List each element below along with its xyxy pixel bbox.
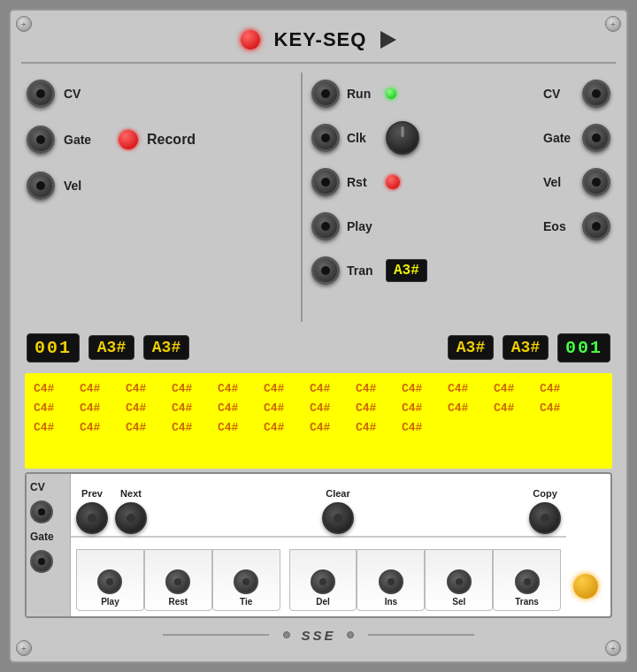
- vel-row: Vel: [27, 166, 292, 205]
- rst-row: Rst Vel: [311, 163, 610, 202]
- kb-bottom-keys: Play Rest Tie Del Ins: [71, 538, 566, 616]
- note-cell: C4#: [170, 378, 216, 398]
- play-key-btn[interactable]: [97, 569, 122, 594]
- eos-jack[interactable]: [582, 212, 610, 241]
- footer-dot-right: [347, 631, 354, 638]
- note-cell: C4#: [400, 398, 446, 417]
- play-key[interactable]: Play: [76, 549, 144, 611]
- sel-key-btn[interactable]: [447, 569, 472, 594]
- note-cell: C4#: [308, 398, 354, 417]
- note-cell: C4#: [400, 417, 446, 437]
- clk-jack[interactable]: [311, 124, 340, 152]
- rst-jack[interactable]: [311, 168, 340, 196]
- note-cell: C4#: [78, 378, 124, 398]
- ins-key-btn[interactable]: [379, 569, 403, 594]
- kb-left-labels: CV Gate: [27, 474, 71, 616]
- kb-main: Prev Next Clear Copy: [71, 474, 566, 616]
- vel-right-jack[interactable]: [582, 168, 610, 196]
- note-cell: C4#: [538, 378, 584, 398]
- note-cell: C4#: [216, 378, 262, 398]
- left-panel: CV Gate Record Vel: [18, 69, 301, 325]
- screw-bl: [16, 640, 32, 656]
- play-row: Play Eos: [311, 207, 610, 246]
- orange-button[interactable]: [573, 574, 598, 599]
- note-cell: C4#: [492, 378, 538, 398]
- note-cell: C4#: [400, 378, 446, 398]
- header-divider: [21, 62, 616, 64]
- note-display-1: A3#: [88, 335, 134, 360]
- record-button[interactable]: [119, 130, 138, 149]
- note-cell: C4#: [538, 398, 584, 417]
- play-jack[interactable]: [311, 212, 340, 241]
- del-key[interactable]: Del: [289, 549, 357, 611]
- record-led[interactable]: [241, 30, 260, 50]
- cv-jack[interactable]: [27, 80, 55, 108]
- kb-cv-label: CV: [30, 481, 66, 493]
- prev-button[interactable]: [76, 502, 108, 534]
- note-cell: C4#: [124, 378, 170, 398]
- tie-key-btn[interactable]: [234, 569, 258, 594]
- tran-label: Tran: [347, 263, 379, 278]
- run-jack[interactable]: [311, 80, 340, 108]
- kb-cv-jack[interactable]: [30, 500, 53, 523]
- note-cell: C4#: [354, 378, 400, 398]
- vel-right-label: Vel: [543, 175, 575, 189]
- vel-label: Vel: [64, 179, 96, 193]
- footer-divider-left: [163, 634, 269, 636]
- tie-key[interactable]: Tie: [212, 549, 280, 611]
- note-cell: C4#: [492, 398, 538, 417]
- gate-right-label: Gate: [543, 131, 575, 145]
- record-label: Record: [147, 132, 196, 148]
- note-cell: C4#: [262, 398, 308, 417]
- ins-key[interactable]: Ins: [357, 549, 425, 611]
- gate-label: Gate: [64, 133, 96, 147]
- del-key-btn[interactable]: [311, 569, 335, 594]
- note-cell: C4#: [216, 398, 262, 417]
- kb-gate-jack[interactable]: [30, 550, 53, 573]
- note-cell: C4#: [308, 417, 354, 437]
- module-title: KEY-SEQ: [274, 28, 367, 51]
- rest-key-label: Rest: [168, 597, 188, 607]
- note-cell: C4#: [216, 417, 262, 437]
- module: KEY-SEQ CV Gate Record Vel: [9, 9, 628, 663]
- gate-jack[interactable]: [27, 126, 55, 154]
- run-row: Run CV: [311, 74, 610, 113]
- note-cell: C4#: [446, 378, 492, 398]
- rest-key[interactable]: Rest: [144, 549, 212, 611]
- note-cell: C4#: [124, 417, 170, 437]
- prev-label: Prev: [81, 488, 103, 499]
- kb-gate-label: Gate: [30, 531, 66, 543]
- clear-button[interactable]: [322, 502, 354, 534]
- sel-key-label: Sel: [452, 597, 465, 607]
- keyboard-section: CV Gate Prev Next Clear: [25, 472, 612, 618]
- screw-tr: [605, 16, 621, 32]
- rest-key-btn[interactable]: [165, 569, 190, 594]
- trans-key[interactable]: Trans: [493, 549, 561, 611]
- note-cell: C4#: [308, 378, 354, 398]
- next-btn-group: Next: [115, 488, 147, 534]
- gate-right-jack[interactable]: [582, 124, 610, 152]
- cv-right-jack[interactable]: [582, 80, 610, 108]
- copy-btn-group: Copy: [529, 488, 561, 534]
- vel-jack[interactable]: [27, 172, 55, 200]
- clear-btn-group: Clear: [322, 488, 354, 534]
- prev-btn-group: Prev: [76, 488, 108, 534]
- next-label: Next: [120, 488, 142, 499]
- run-label: Run: [347, 87, 379, 101]
- note-cell: C4#: [170, 398, 216, 417]
- display-row: 001 A3# A3# A3# A3# 001: [18, 325, 619, 370]
- cv-right-label: CV: [543, 87, 575, 101]
- play-icon[interactable]: [380, 31, 396, 49]
- trans-key-btn[interactable]: [515, 569, 540, 594]
- note-cell: C4#: [354, 398, 400, 417]
- note-cell: C4#: [32, 417, 78, 437]
- counter-display-2: 001: [557, 333, 610, 363]
- tran-jack[interactable]: [311, 256, 340, 285]
- note-cell: C4#: [78, 398, 124, 417]
- clk-knob[interactable]: [386, 121, 419, 155]
- tie-key-label: Tie: [240, 597, 252, 607]
- next-button[interactable]: [115, 502, 147, 534]
- screw-br: [605, 640, 621, 656]
- copy-button[interactable]: [529, 502, 561, 534]
- sel-key[interactable]: Sel: [425, 549, 493, 611]
